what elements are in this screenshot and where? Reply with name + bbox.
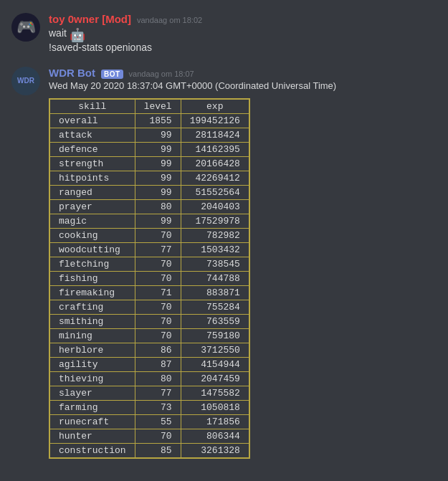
- cell-13-2: 755284: [181, 300, 249, 314]
- cell-21-0: runecraft: [50, 414, 135, 429]
- cell-8-2: 782982: [181, 228, 249, 242]
- table-row: runecraft55171856: [50, 414, 249, 429]
- cell-3-0: strength: [50, 156, 135, 171]
- cell-16-0: herblore: [50, 343, 135, 357]
- cell-17-2: 4154944: [181, 357, 249, 371]
- cell-10-0: fletching: [50, 257, 135, 271]
- table-header-row: skill level exp: [50, 99, 249, 113]
- cell-14-0: smithing: [50, 314, 135, 328]
- cell-22-0: hunter: [50, 429, 135, 443]
- cell-4-2: 42269412: [181, 171, 249, 185]
- cell-5-1: 99: [135, 185, 181, 199]
- table-row: hunter70806344: [50, 429, 249, 443]
- cell-18-0: thieving: [50, 371, 135, 386]
- table-row: construction853261328: [50, 443, 249, 457]
- message-header-1: toy 0wner [Mod] vandaag om 18:02: [49, 13, 437, 25]
- cell-19-0: slayer: [50, 386, 135, 400]
- stats-table: skill level exp overall1855199452126atta…: [49, 99, 249, 458]
- col-header-level: level: [135, 99, 181, 113]
- table-row: ranged9951552564: [50, 185, 249, 199]
- message-group-1: 🎮 toy 0wner [Mod] vandaag om 18:02 wait …: [0, 7, 448, 61]
- cell-17-0: agility: [50, 357, 135, 371]
- cell-19-2: 1475582: [181, 386, 249, 400]
- cell-6-0: prayer: [50, 199, 135, 214]
- message-group-2: WDR WDR Bot BOT vandaag om 18:07 Wed May…: [0, 61, 448, 467]
- table-row: smithing70763559: [50, 314, 249, 328]
- message-content-1: toy 0wner [Mod] vandaag om 18:02 wait 🤖 …: [49, 13, 437, 55]
- cell-12-2: 883871: [181, 285, 249, 300]
- cell-6-1: 80: [135, 199, 181, 214]
- table-row: fishing70744788: [50, 271, 249, 285]
- cell-16-1: 86: [135, 343, 181, 357]
- cell-1-1: 99: [135, 128, 181, 142]
- username-1: toy 0wner [Mod]: [49, 13, 131, 25]
- cell-7-1: 99: [135, 214, 181, 228]
- cell-5-2: 51552564: [181, 185, 249, 199]
- col-header-exp: exp: [181, 99, 249, 113]
- cell-13-0: crafting: [50, 300, 135, 314]
- table-row: mining70759180: [50, 328, 249, 343]
- cell-22-2: 806344: [181, 429, 249, 443]
- username-2: WDR Bot: [49, 67, 95, 79]
- cell-21-1: 55: [135, 414, 181, 429]
- table-row: farming731050818: [50, 400, 249, 414]
- cell-18-1: 80: [135, 371, 181, 386]
- cell-11-0: fishing: [50, 271, 135, 285]
- col-header-skill: skill: [50, 99, 135, 113]
- cell-16-2: 3712550: [181, 343, 249, 357]
- cell-12-0: firemaking: [50, 285, 135, 300]
- cell-20-2: 1050818: [181, 400, 249, 414]
- cell-7-0: magic: [50, 214, 135, 228]
- cell-20-0: farming: [50, 400, 135, 414]
- cell-11-2: 744788: [181, 271, 249, 285]
- cell-3-1: 99: [135, 156, 181, 171]
- cell-23-0: construction: [50, 443, 135, 457]
- cell-23-2: 3261328: [181, 443, 249, 457]
- cell-14-2: 763559: [181, 314, 249, 328]
- cell-18-2: 2047459: [181, 371, 249, 386]
- bot-badge: BOT: [101, 70, 123, 79]
- cell-19-1: 77: [135, 386, 181, 400]
- cell-2-2: 14162395: [181, 142, 249, 156]
- cell-9-2: 1503432: [181, 242, 249, 257]
- cell-22-1: 70: [135, 429, 181, 443]
- cell-0-2: 199452126: [181, 113, 249, 128]
- cell-15-0: mining: [50, 328, 135, 343]
- table-row: slayer771475582: [50, 386, 249, 400]
- cell-11-1: 70: [135, 271, 181, 285]
- cell-1-0: attack: [50, 128, 135, 142]
- cell-21-2: 171856: [181, 414, 249, 429]
- avatar-wdr: WDR: [11, 67, 40, 95]
- cell-6-2: 2040403: [181, 199, 249, 214]
- table-row: woodcutting771503432: [50, 242, 249, 257]
- cell-23-1: 85: [135, 443, 181, 457]
- cell-0-1: 1855: [135, 113, 181, 128]
- cell-9-1: 77: [135, 242, 181, 257]
- timestamp-1: vandaag om 18:02: [137, 16, 202, 24]
- cell-15-2: 759180: [181, 328, 249, 343]
- cell-2-0: defence: [50, 142, 135, 156]
- table-row: hitpoints9942269412: [50, 171, 249, 185]
- cell-12-1: 71: [135, 285, 181, 300]
- cell-14-1: 70: [135, 314, 181, 328]
- message-text-1a: wait 🤖: [49, 27, 437, 41]
- stats-table-wrapper: skill level exp overall1855199452126atta…: [49, 98, 250, 459]
- cell-10-2: 738545: [181, 257, 249, 271]
- message-text-1b: !saved-stats openionas: [49, 41, 437, 55]
- table-row: strength9920166428: [50, 156, 249, 171]
- cell-1-2: 28118424: [181, 128, 249, 142]
- robot-emoji: 🤖: [70, 27, 84, 41]
- cell-13-1: 70: [135, 300, 181, 314]
- cell-8-1: 70: [135, 228, 181, 242]
- table-row: fletching70738545: [50, 257, 249, 271]
- table-row: attack9928118424: [50, 128, 249, 142]
- message-header-2: WDR Bot BOT vandaag om 18:07: [49, 67, 437, 79]
- table-row: agility874154944: [50, 357, 249, 371]
- avatar-toy: 🎮: [11, 13, 40, 42]
- cell-15-1: 70: [135, 328, 181, 343]
- cell-5-0: ranged: [50, 185, 135, 199]
- table-row: thieving802047459: [50, 371, 249, 386]
- table-row: defence9914162395: [50, 142, 249, 156]
- table-row: firemaking71883871: [50, 285, 249, 300]
- table-row: magic9917529978: [50, 214, 249, 228]
